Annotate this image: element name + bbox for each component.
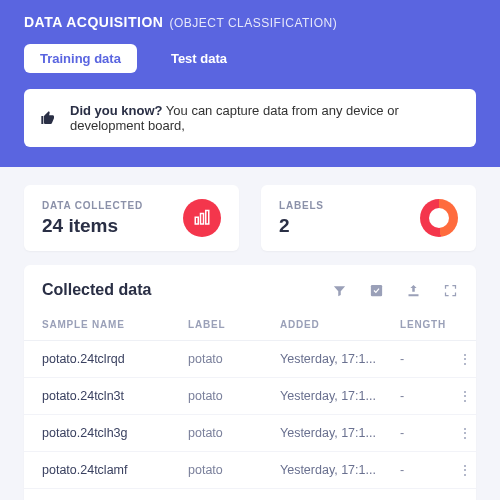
- expand-icon[interactable]: [443, 283, 458, 298]
- cell-sample-name: potato.24tclamf: [42, 463, 188, 477]
- col-added[interactable]: ADDED: [280, 319, 400, 330]
- stat-text: LABELS 2: [279, 200, 324, 237]
- col-menu: [456, 319, 472, 330]
- stat-value: 2: [279, 215, 324, 237]
- page-title: DATA ACQUISITION: [24, 14, 163, 30]
- table-row[interactable]: potato.24tclamfpotatoYesterday, 17:1...-…: [24, 452, 476, 489]
- panel-head: Collected data: [24, 265, 476, 311]
- collected-data-panel: Collected data SAMPLE NAME LABEL ADDED L…: [24, 265, 476, 500]
- panel-actions: [332, 283, 458, 298]
- table-row[interactable]: potato.24tcln3tpotatoYesterday, 17:1...-…: [24, 378, 476, 415]
- cell-sample-name: potato.24tcln3t: [42, 389, 188, 403]
- cell-length: -: [400, 389, 456, 403]
- stat-data-collected: DATA COLLECTED 24 items: [24, 185, 239, 251]
- cell-label: potato: [188, 389, 280, 403]
- stat-labels: LABELS 2: [261, 185, 476, 251]
- row-menu-icon[interactable]: ⋮: [456, 463, 472, 477]
- page-header: DATA ACQUISITION (OBJECT CLASSIFICATION)…: [0, 0, 500, 89]
- info-banner: Did you know? You can capture data from …: [24, 89, 476, 147]
- stat-text: DATA COLLECTED 24 items: [42, 200, 143, 237]
- stat-value: 24 items: [42, 215, 143, 237]
- page-subtitle: (OBJECT CLASSIFICATION): [169, 16, 337, 30]
- cell-sample-name: potato.24tclrqd: [42, 352, 188, 366]
- upload-icon[interactable]: [406, 283, 421, 298]
- cell-added: Yesterday, 17:1...: [280, 463, 400, 477]
- cell-added: Yesterday, 17:1...: [280, 389, 400, 403]
- cell-sample-name: potato.24tclh3g: [42, 426, 188, 440]
- table-header: SAMPLE NAME LABEL ADDED LENGTH: [24, 311, 476, 341]
- svg-rect-3: [371, 284, 382, 295]
- col-label[interactable]: LABEL: [188, 319, 280, 330]
- cell-length: -: [400, 426, 456, 440]
- banner-wrap: Did you know? You can capture data from …: [0, 89, 500, 167]
- donut-icon: [420, 199, 458, 237]
- cell-added: Yesterday, 17:1...: [280, 426, 400, 440]
- select-all-icon[interactable]: [369, 283, 384, 298]
- tab-test-data[interactable]: Test data: [155, 44, 243, 73]
- svg-rect-0: [195, 217, 198, 224]
- stats-row: DATA COLLECTED 24 items LABELS 2: [0, 167, 500, 265]
- thumbs-up-icon: [40, 110, 56, 126]
- banner-strong: Did you know?: [70, 103, 162, 118]
- col-length[interactable]: LENGTH: [400, 319, 456, 330]
- panel-title: Collected data: [42, 281, 151, 299]
- col-sample-name[interactable]: SAMPLE NAME: [42, 319, 188, 330]
- stat-label: DATA COLLECTED: [42, 200, 143, 211]
- cell-label: potato: [188, 426, 280, 440]
- stat-label: LABELS: [279, 200, 324, 211]
- banner-text: Did you know? You can capture data from …: [70, 103, 460, 133]
- row-menu-icon[interactable]: ⋮: [456, 389, 472, 403]
- chart-icon: [183, 199, 221, 237]
- filter-icon[interactable]: [332, 283, 347, 298]
- svg-rect-1: [201, 214, 204, 225]
- table-row[interactable]: potato.24tclh3gpotatoYesterday, 17:1...-…: [24, 415, 476, 452]
- tabs: Training data Test data: [24, 44, 476, 73]
- cell-added: Yesterday, 17:1...: [280, 352, 400, 366]
- title-row: DATA ACQUISITION (OBJECT CLASSIFICATION): [24, 14, 476, 30]
- cell-label: potato: [188, 352, 280, 366]
- cell-length: -: [400, 463, 456, 477]
- cell-length: -: [400, 352, 456, 366]
- table-row[interactable]: potato.24tclrqdpotatoYesterday, 17:1...-…: [24, 341, 476, 378]
- table-body: potato.24tclrqdpotatoYesterday, 17:1...-…: [24, 341, 476, 500]
- table-row[interactable]: potato.24tcl4plpotatoYesterday, 17:1...-…: [24, 489, 476, 500]
- svg-rect-2: [206, 211, 209, 225]
- tab-training-data[interactable]: Training data: [24, 44, 137, 73]
- cell-label: potato: [188, 463, 280, 477]
- row-menu-icon[interactable]: ⋮: [456, 426, 472, 440]
- row-menu-icon[interactable]: ⋮: [456, 352, 472, 366]
